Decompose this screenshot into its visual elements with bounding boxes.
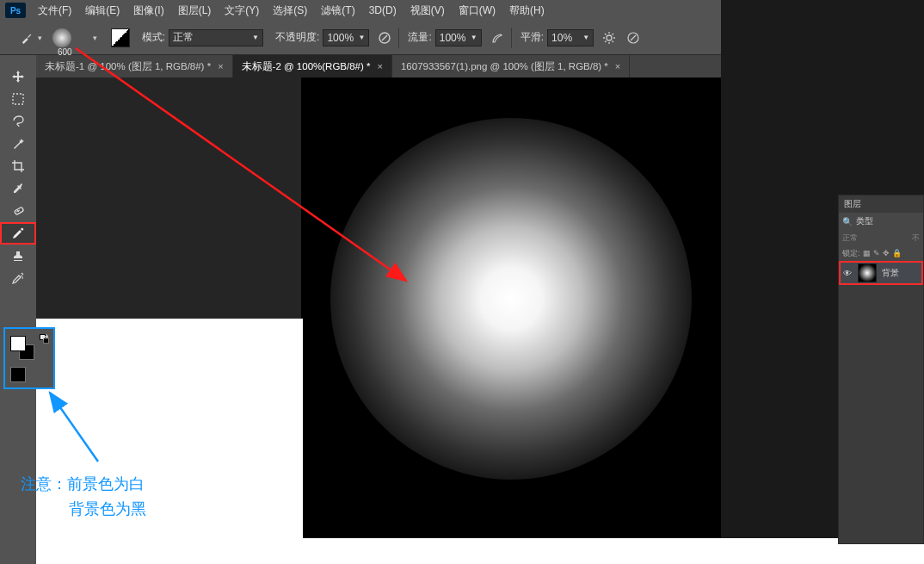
svg-line-8 [605,40,607,42]
canvas-content [330,118,692,480]
layer-name[interactable]: 背景 [882,267,899,279]
crop-tool[interactable] [0,155,36,177]
lasso-tool[interactable] [0,110,36,133]
lock-label: 锁定: [842,248,860,259]
annotation-note-line1: 注意：前景色为白 [21,472,146,497]
opacity-value: 100% [327,32,354,44]
document-tab[interactable]: 未标题-2 @ 100%(RGB/8#) * × [233,55,392,77]
brush-panel-toggle-icon[interactable] [111,28,130,47]
foreground-background-swatch[interactable] [10,336,34,360]
layer-thumbnail[interactable] [858,263,877,282]
size-pressure-icon[interactable] [625,29,642,46]
history-brush-tool[interactable] [0,267,36,289]
flow-input[interactable]: 100%▼ [435,29,482,46]
airbrush-icon[interactable] [489,29,506,46]
blend-mode-value: 正常 [173,30,194,45]
lock-brush-icon[interactable]: ✎ [873,249,880,257]
menu-window[interactable]: 窗口(W) [452,3,502,18]
svg-rect-11 [13,94,23,104]
heal-tool[interactable] [0,200,36,222]
opacity-input[interactable]: 100%▼ [323,29,369,46]
eyedropper-tool[interactable] [0,177,36,200]
opacity-pressure-icon[interactable] [376,29,393,46]
document-canvas[interactable] [301,77,721,538]
visibility-icon[interactable]: 👁 [842,269,853,278]
svg-line-7 [613,40,614,42]
wand-tool[interactable] [0,133,36,155]
brush-preview[interactable] [52,28,71,47]
options-bar: ▾ 600 ▾ 模式: 正常▼ 不透明度: 100%▼ 流量: 100%▼ 平滑… [0,21,721,55]
menu-file[interactable]: 文件(F) [31,3,78,18]
close-icon[interactable]: × [378,61,383,71]
layer-opacity-label: 不 [912,232,920,244]
document-tab-bar: 未标题-1 @ 100% (图层 1, RGB/8#) * × 未标题-2 @ … [36,55,721,77]
lock-position-icon[interactable]: ✥ [883,249,890,257]
stamp-tool[interactable] [0,245,36,267]
layer-row[interactable]: 👁 背景 [839,261,923,285]
right-dock: 图层 🔍 类型 正常 不 锁定: ▦ ✎ ✥ 🔒 👁 背景 [721,0,924,538]
brush-picker-dropdown[interactable]: ▾ [93,34,97,42]
tool-preset-icon[interactable] [21,32,33,44]
opacity-label: 不透明度: [275,30,319,45]
menu-view[interactable]: 视图(V) [403,3,452,18]
menu-filter[interactable]: 滤镜(T) [314,3,361,18]
smoothing-value: 10% [551,32,572,44]
menu-layer[interactable]: 图层(L) [171,3,219,18]
menu-3d[interactable]: 3D(D) [362,4,403,16]
menu-edit[interactable]: 编辑(E) [78,3,126,18]
search-icon[interactable]: 🔍 [842,217,853,226]
menu-bar: Ps 文件(F) 编辑(E) 图像(I) 图层(L) 文字(Y) 选择(S) 滤… [0,0,721,21]
lock-transparent-icon[interactable]: ▦ [863,249,871,257]
layers-panel: 图层 🔍 类型 正常 不 锁定: ▦ ✎ ✥ 🔒 👁 背景 [838,195,924,544]
layer-filter-kind[interactable]: 类型 [856,215,873,227]
close-icon[interactable]: × [218,61,223,71]
color-swatches-highlight: ⇄ [3,327,55,389]
svg-point-1 [607,35,612,40]
annotation-note: 注意：前景色为白 背景色为黑 [21,472,146,522]
mode-label: 模式: [142,30,165,45]
document-tab[interactable]: 未标题-1 @ 100% (图层 1, RGB/8#) * × [36,55,233,77]
foreground-color-swatch[interactable] [10,336,26,351]
document-tab-label: 未标题-1 @ 100% (图层 1, RGB/8#) * [45,60,211,73]
menu-help[interactable]: 帮助(H) [502,3,551,18]
layer-blend-mode[interactable]: 正常 [842,232,858,244]
document-tab-label: 1607933567(1).png @ 100% (图层 1, RGB/8) * [401,60,608,73]
app-logo: Ps [5,3,26,18]
brush-tool[interactable] [0,222,36,245]
smoothing-gear-icon[interactable] [601,29,618,46]
smoothing-input[interactable]: 10%▼ [547,29,594,46]
flow-value: 100% [440,32,466,44]
svg-line-9 [613,34,614,35]
layers-panel-title[interactable]: 图层 [839,195,923,213]
menu-image[interactable]: 图像(I) [126,3,170,18]
close-icon[interactable]: × [615,61,620,71]
svg-line-6 [605,34,607,35]
flow-label: 流量: [408,30,431,45]
annotation-background [36,319,303,564]
lock-all-icon[interactable]: 🔒 [892,249,902,257]
document-tab[interactable]: 1607933567(1).png @ 100% (图层 1, RGB/8) *… [392,55,630,77]
blend-mode-select[interactable]: 正常▼ [169,29,263,46]
menu-type[interactable]: 文字(Y) [218,3,266,18]
menu-select[interactable]: 选择(S) [266,3,314,18]
marquee-tool[interactable] [0,88,36,110]
document-tab-label: 未标题-2 @ 100%(RGB/8#) * [242,60,371,73]
move-tool[interactable] [0,65,36,88]
tool-preset-dropdown[interactable]: ▾ [38,34,42,42]
swap-colors-icon[interactable]: ⇄ [41,332,48,342]
smoothing-label: 平滑: [521,30,544,45]
annotation-note-line2: 背景色为黑 [21,497,146,522]
layers-empty-area [839,285,923,543]
